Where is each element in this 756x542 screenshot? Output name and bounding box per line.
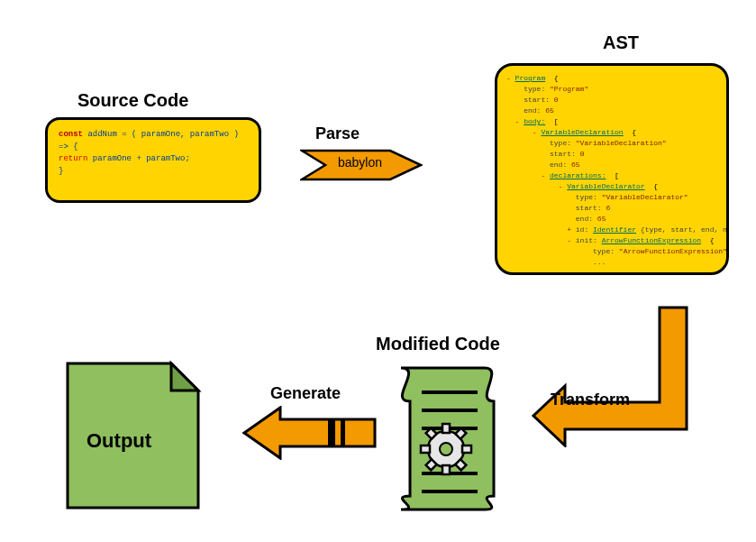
ast-box: - Program { type: "Program" start: 0 end… bbox=[495, 63, 729, 275]
ast-l10: - declarations: [ bbox=[506, 170, 717, 181]
svg-point-7 bbox=[440, 443, 452, 455]
generate-label: Generate bbox=[270, 384, 341, 403]
ast-l3: start: 0 bbox=[506, 95, 717, 106]
ast-l5: - body: [ bbox=[506, 116, 717, 127]
parse-tool-label: babylon bbox=[338, 155, 382, 170]
ast-l2: type: "Program" bbox=[506, 84, 717, 95]
ast-l18: ... bbox=[506, 257, 717, 268]
transform-arrow-wrap bbox=[529, 303, 691, 447]
gear-icon bbox=[421, 424, 471, 474]
svg-rect-18 bbox=[341, 419, 345, 446]
svg-rect-8 bbox=[442, 424, 450, 433]
ast-l17: type: "ArrowFunctionExpression" bbox=[506, 246, 717, 257]
ast-l1: - Program { bbox=[506, 73, 717, 84]
transform-arrow-icon bbox=[529, 303, 691, 447]
svg-marker-20 bbox=[171, 363, 198, 390]
output-title: Output bbox=[87, 429, 151, 453]
modified-title: Modified Code bbox=[376, 334, 500, 354]
kw-return: return bbox=[59, 154, 87, 163]
source-line-1: const addNum = ( paramOne, paramTwo ) =>… bbox=[59, 129, 248, 153]
parse-arrow-icon: babylon bbox=[300, 149, 423, 181]
transform-label: Transform bbox=[551, 390, 630, 409]
source-line-3: } bbox=[59, 166, 248, 179]
source-code-box: const addNum = ( paramOne, paramTwo ) =>… bbox=[45, 117, 261, 203]
svg-marker-16 bbox=[244, 408, 375, 458]
ast-l7: type: "VariableDeclaration" bbox=[506, 138, 717, 149]
ast-l9: end: 65 bbox=[506, 160, 717, 170]
kw-const: const bbox=[59, 130, 83, 139]
source-rest-2: paramOne + paramTwo; bbox=[87, 154, 189, 163]
generate-arrow-icon bbox=[240, 406, 379, 460]
svg-rect-17 bbox=[328, 419, 335, 446]
ast-l12: type: "VariableDeclarator" bbox=[506, 192, 717, 203]
modified-code-scroll-icon bbox=[387, 361, 505, 514]
source-title: Source Code bbox=[77, 90, 188, 111]
ast-l13: start: 6 bbox=[506, 203, 717, 214]
parse-label: Parse bbox=[315, 124, 360, 143]
ast-l16: - init: ArrowFunctionExpression { bbox=[506, 235, 717, 246]
ast-l8: start: 0 bbox=[506, 149, 717, 160]
ast-l11: - VariableDeclarator { bbox=[506, 181, 717, 192]
parse-arrow-wrap: babylon bbox=[300, 149, 423, 181]
svg-rect-11 bbox=[462, 446, 471, 453]
diagram-canvas: Source Code const addNum = ( paramOne, p… bbox=[0, 0, 756, 542]
svg-rect-9 bbox=[442, 465, 450, 474]
ast-l4: end: 65 bbox=[506, 106, 717, 116]
ast-l6: - VariableDeclaration { bbox=[506, 127, 717, 138]
ast-title: AST bbox=[603, 32, 639, 53]
source-rest-1: addNum = ( paramOne, paramTwo ) => { bbox=[59, 130, 239, 152]
generate-arrow-wrap bbox=[240, 406, 379, 460]
ast-l14: end: 65 bbox=[506, 214, 717, 225]
ast-l15: + id: Identifier {type, start, end, name… bbox=[506, 225, 717, 235]
svg-rect-10 bbox=[421, 446, 430, 453]
source-line-2: return paramOne + paramTwo; bbox=[59, 153, 248, 166]
